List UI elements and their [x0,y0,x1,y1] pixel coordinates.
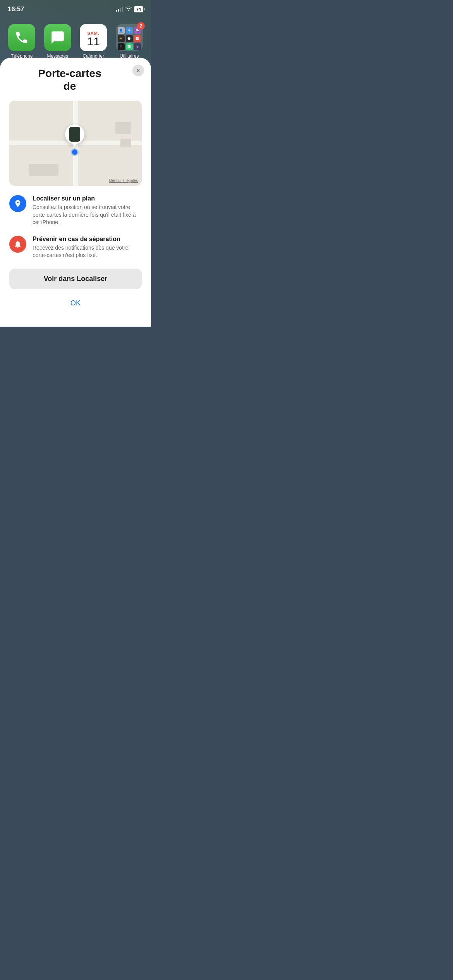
close-button[interactable]: × [132,65,144,76]
feature-notify: Prévenir en cas de séparation Recevez de… [9,236,142,259]
feature-locate: Localiser sur un plan Consultez la posit… [9,195,142,226]
modal-overlay: × Porte-cartesde Mentions légales [0,0,151,327]
notify-text: Prévenir en cas de séparation Recevez de… [33,236,142,259]
notify-description: Recevez des notifications dès que votre … [33,244,142,259]
locate-icon [9,195,26,212]
map-block-2 [115,122,131,134]
map-block-3 [120,139,131,147]
notify-icon [9,236,26,253]
locate-text: Localiser sur un plan Consultez la posit… [33,195,142,226]
map-block-1 [29,164,58,176]
modal-sheet: × Porte-cartesde Mentions légales [0,58,151,327]
locate-description: Consultez la position où se trouvait vot… [33,204,142,226]
notify-heading: Prévenir en cas de séparation [33,236,142,243]
map-pin-device-icon [69,127,80,142]
map-pin-bubble [65,125,84,144]
voir-button[interactable]: Voir dans Localiser [9,269,142,289]
modal-title: Porte-cartesde [9,67,142,93]
map-container: Mentions légales [9,101,142,186]
map-legal-text: Mentions légales [109,178,138,183]
map-pin-dot [72,149,77,155]
map-pin [65,125,84,155]
ok-button[interactable]: OK [9,295,142,311]
locate-heading: Localiser sur un plan [33,195,142,202]
